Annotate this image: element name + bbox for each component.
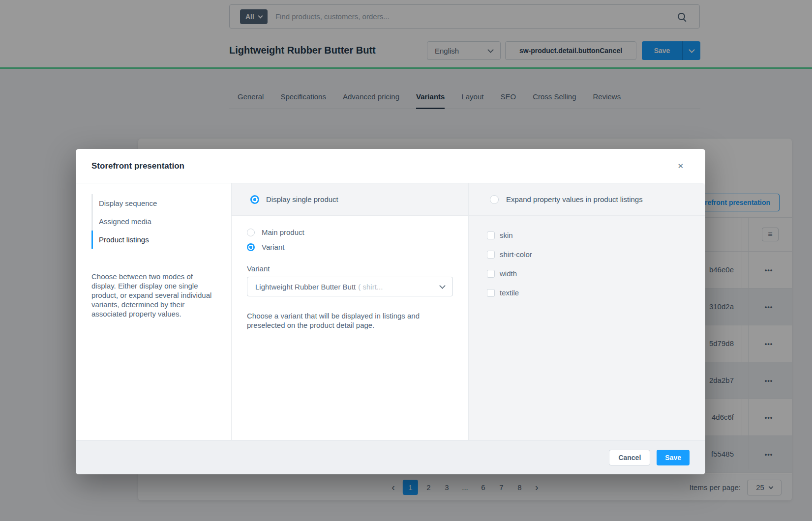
variant-select-value: Lightweight Rubber Butter Butt	[255, 283, 356, 291]
sidebar-item-assigned-media[interactable]: Assigned media	[91, 212, 231, 231]
property-option-skin[interactable]: skin	[487, 231, 705, 239]
property-option-textile[interactable]: textile	[487, 289, 705, 297]
chevron-down-icon	[439, 283, 446, 289]
main-product-label: Main product	[262, 228, 304, 236]
close-icon[interactable]: ✕	[675, 160, 686, 173]
main-product-radio[interactable]	[247, 229, 255, 236]
variant-option-label: Variant	[262, 243, 284, 251]
sidebar-item-product-listings[interactable]: Product listings	[91, 231, 231, 249]
sidebar-item-display-sequence[interactable]: Display sequence	[91, 194, 231, 212]
modal-cancel-button[interactable]: Cancel	[609, 450, 650, 465]
modal-footer: Cancel Save	[76, 440, 705, 474]
expand-properties-label: Expand property values in product listin…	[506, 195, 643, 203]
expand-properties-panel: Expand property values in product listin…	[469, 183, 705, 440]
property-label: shirt-color	[500, 250, 532, 259]
modal-title: Storefront presentation	[91, 161, 184, 171]
variant-select[interactable]: Lightweight Rubber Butter Butt ( shirt..…	[247, 277, 453, 296]
variant-radio[interactable]	[247, 243, 255, 251]
property-label: textile	[500, 289, 519, 297]
single-product-mode-header: Display single product	[232, 183, 468, 216]
mode-description: Choose between two modes of display. Eit…	[91, 272, 215, 318]
skin-checkbox[interactable]	[487, 232, 495, 239]
variant-select-value-suffix: ( shirt...	[358, 283, 383, 291]
expand-properties-radio[interactable]	[490, 195, 499, 204]
expand-properties-mode-header: Expand property values in product listin…	[469, 183, 705, 216]
main-product-option[interactable]: Main product	[247, 228, 452, 236]
variant-help-text: Choose a variant that will be displayed …	[247, 311, 445, 330]
single-product-panel: Display single product Main product Vari…	[232, 183, 469, 440]
display-single-product-radio[interactable]	[250, 195, 259, 204]
property-list: skin shirt-color width textile	[469, 216, 705, 308]
shirt-color-checkbox[interactable]	[487, 251, 495, 259]
modal-body: Display sequence Assigned media Product …	[76, 183, 705, 440]
property-label: width	[500, 269, 517, 278]
width-checkbox[interactable]	[487, 270, 495, 278]
display-single-product-label: Display single product	[266, 195, 338, 203]
property-label: skin	[500, 231, 513, 239]
textile-checkbox[interactable]	[487, 289, 495, 297]
modal-save-button[interactable]: Save	[657, 450, 690, 465]
property-option-shirt-color[interactable]: shirt-color	[487, 250, 705, 259]
storefront-presentation-modal: Storefront presentation ✕ Display sequen…	[76, 149, 705, 474]
modal-nav: Display sequence Assigned media Product …	[91, 194, 231, 249]
variant-field-label: Variant	[247, 264, 452, 273]
variant-option[interactable]: Variant	[247, 243, 452, 251]
single-product-options: Main product Variant Variant Lightweight…	[232, 216, 468, 337]
modal-sidebar: Display sequence Assigned media Product …	[76, 183, 232, 440]
modal-header: Storefront presentation ✕	[76, 149, 705, 183]
property-option-width[interactable]: width	[487, 269, 705, 278]
